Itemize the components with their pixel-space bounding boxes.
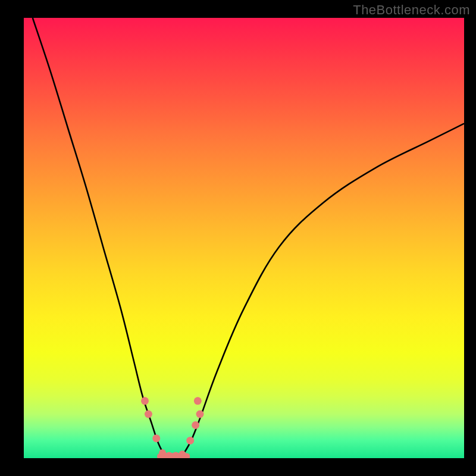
data-marker: [196, 411, 204, 418]
data-marker: [141, 397, 149, 405]
data-marker: [165, 452, 173, 458]
data-marker: [178, 450, 186, 458]
data-marker: [145, 411, 152, 418]
data-marker: [152, 434, 160, 442]
data-marker: [172, 452, 179, 458]
watermark-label: TheBottleneck.com: [353, 2, 470, 18]
plot-area: [24, 18, 464, 458]
right-branch-curve: [182, 124, 464, 456]
data-marker: [192, 421, 199, 429]
left-branch-curve: [33, 18, 165, 456]
data-marker: [186, 437, 194, 444]
chart-frame: TheBottleneck.com: [0, 0, 476, 476]
chart-svg: [24, 18, 464, 458]
data-marker: [194, 397, 202, 405]
marker-layer: [141, 397, 204, 458]
data-marker: [159, 449, 166, 456]
